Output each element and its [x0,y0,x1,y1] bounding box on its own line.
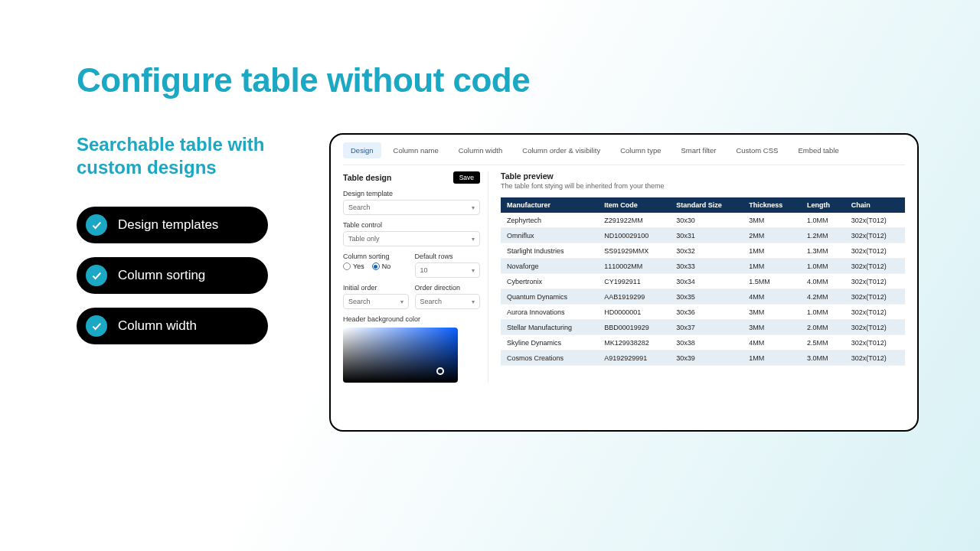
table-cell: 3MM [743,213,801,228]
table-cell: AAB1919299 [598,289,670,305]
table-cell: 3MM [743,305,801,320]
table-cell: Zephyrtech [501,213,598,228]
config-panel: Design Column name Column width Column o… [329,133,919,432]
table-header[interactable]: Standard Size [670,197,743,213]
default-rows-select[interactable]: 10 ▾ [415,262,481,278]
check-icon [86,265,107,286]
table-header[interactable]: Thickness [743,197,801,213]
table-row: Skyline DynamicsMK12993828230x384MM2.5MM… [501,335,905,350]
tab-bar: Design Column name Column width Column o… [343,142,905,158]
table-cell: 1.2MM [801,228,845,243]
table-cell: Stellar Manufacturing [501,320,598,335]
table-row: Starlight IndustriesSS91929MMX30x321MM1.… [501,243,905,259]
table-cell: Starlight Industries [501,243,598,259]
table-cell: 30x36 [670,305,743,320]
table-cell: 4MM [743,289,801,305]
radio-icon [343,262,351,270]
order-direction-label: Order direction [415,284,481,292]
feature-pill-column-sorting: Column sorting [77,257,268,294]
tab-column-name[interactable]: Column name [386,142,446,158]
radio-label: No [382,262,391,270]
table-row: ZephyrtechZ291922MM30x303MM1.0MM302x(T01… [501,213,905,228]
save-button[interactable]: Save [453,171,480,184]
table-cell: 302x(T012) [845,305,905,320]
table-cell: 1MM [743,350,801,366]
table-cell: ND100029100 [598,228,670,243]
chevron-down-icon: ▾ [472,298,475,305]
chevron-down-icon: ▾ [472,204,475,211]
color-picker-handle[interactable] [436,367,444,375]
table-cell: 2.5MM [801,335,845,350]
tab-smart-filter[interactable]: Smart filter [674,142,724,158]
table-cell: CY1992911 [598,274,670,289]
table-cell: 302x(T012) [845,350,905,366]
table-cell: Novaforge [501,259,598,274]
table-cell: 1.0MM [801,213,845,228]
table-control-select[interactable]: Table only ▾ [343,231,480,246]
table-row: Stellar ManufacturingBBD0001992930x373MM… [501,320,905,335]
table-cell: 1.0MM [801,259,845,274]
radio-icon [372,262,380,270]
design-template-label: Design template [343,190,480,197]
color-picker[interactable] [343,328,458,383]
column-sorting-no[interactable]: No [372,262,391,270]
table-control-value: Table only [348,235,380,243]
table-row: Cosmos CreationsA919292999130x391MM3.0MM… [501,350,905,366]
tab-column-order[interactable]: Column order & visibility [514,142,608,158]
table-header[interactable]: Chain [845,197,905,213]
check-icon [86,315,107,337]
table-cell: 302x(T012) [845,274,905,289]
order-direction-value: Search [420,298,443,305]
default-rows-label: Default rows [415,253,481,260]
initial-order-select[interactable]: Search ▾ [343,294,409,309]
table-header[interactable]: Length [801,197,845,213]
preview-title: Table preview [501,171,905,181]
table-cell: 3.0MM [801,350,845,366]
table-cell: 1.3MM [801,243,845,259]
tab-column-width[interactable]: Column width [451,142,511,158]
feature-pill-design-templates: Design templates [77,207,268,243]
table-cell: 302x(T012) [845,228,905,243]
table-cell: 302x(T012) [845,289,905,305]
table-cell: MK129938282 [598,335,670,350]
table-cell: 2MM [743,228,801,243]
table-header[interactable]: Item Code [598,197,670,213]
feature-label: Column sorting [118,268,205,283]
order-direction-select[interactable]: Search ▾ [415,294,481,309]
column-sorting-yes[interactable]: Yes [343,262,364,270]
header-bg-label: Header background color [343,315,480,323]
table-cell: BBD00019929 [598,320,670,335]
design-sidebar: Table design Save Design template Search… [343,171,488,383]
preview-table: ManufacturerItem CodeStandard SizeThickn… [501,197,905,366]
page-subheadline: Searchable table with custom designs [77,133,291,179]
table-cell: 30x38 [670,335,743,350]
feature-pill-column-width: Column width [77,308,268,344]
table-cell: Aurora Innovations [501,305,598,320]
initial-order-label: Initial order [343,284,409,292]
table-cell: SS91929MMX [598,243,670,259]
table-cell: 2.0MM [801,320,845,335]
table-cell: 4.0MM [801,274,845,289]
table-cell: 4MM [743,335,801,350]
table-row: Novaforge1110002MM30x331MM1.0MM302x(T012… [501,259,905,274]
tab-design[interactable]: Design [343,142,381,158]
table-cell: 30x32 [670,243,743,259]
tab-column-type[interactable]: Column type [612,142,668,158]
design-template-select[interactable]: Search ▾ [343,200,480,215]
table-cell: HD0000001 [598,305,670,320]
table-preview: Table preview The table font stying will… [501,171,905,383]
table-cell: 30x30 [670,213,743,228]
chevron-down-icon: ▾ [472,236,475,243]
chevron-down-icon: ▾ [400,298,403,305]
table-control-label: Table control [343,221,480,229]
tab-embed-table[interactable]: Embed table [790,142,846,158]
table-cell: Quantum Dynamics [501,289,598,305]
table-cell: 1.0MM [801,305,845,320]
table-header[interactable]: Manufacturer [501,197,598,213]
check-icon [86,214,107,236]
design-template-value: Search [348,204,371,211]
chevron-down-icon: ▾ [472,267,475,274]
sidebar-title: Table design [343,173,391,182]
tab-custom-css[interactable]: Custom CSS [728,142,786,158]
feature-label: Design templates [118,217,218,233]
